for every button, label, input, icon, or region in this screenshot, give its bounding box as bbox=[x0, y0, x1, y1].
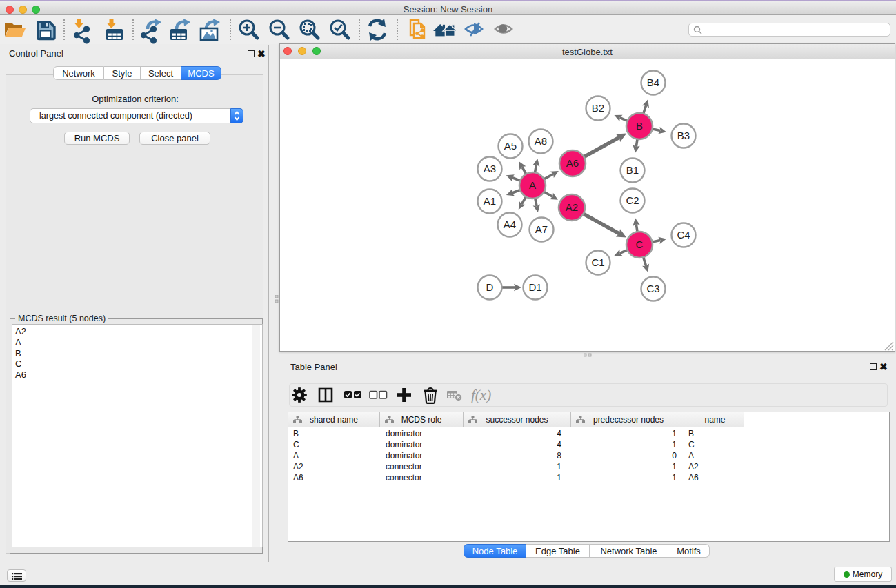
svg-text:B3: B3 bbox=[677, 130, 690, 141]
svg-text:A4: A4 bbox=[504, 219, 516, 230]
svg-text:A6: A6 bbox=[566, 157, 579, 169]
svg-text:B2: B2 bbox=[592, 102, 604, 114]
svg-text:C: C bbox=[636, 239, 644, 250]
svg-text:A2: A2 bbox=[566, 201, 578, 213]
svg-text:A5: A5 bbox=[504, 140, 517, 152]
svg-text:A1: A1 bbox=[484, 195, 496, 207]
svg-text:f(x): f(x) bbox=[471, 387, 491, 403]
svg-text:D: D bbox=[486, 281, 494, 293]
svg-text:A7: A7 bbox=[535, 223, 548, 235]
svg-text:B: B bbox=[636, 120, 643, 132]
svg-text:B4: B4 bbox=[647, 77, 659, 88]
svg-text:C1: C1 bbox=[591, 256, 604, 268]
svg-text:B1: B1 bbox=[626, 164, 639, 176]
svg-text:C3: C3 bbox=[646, 283, 659, 294]
svg-text:A: A bbox=[529, 179, 536, 191]
svg-text:D1: D1 bbox=[528, 281, 541, 293]
svg-text:A3: A3 bbox=[484, 163, 496, 174]
svg-text:A8: A8 bbox=[535, 135, 547, 147]
svg-text:C2: C2 bbox=[626, 194, 639, 206]
svg-text:C4: C4 bbox=[677, 229, 690, 241]
